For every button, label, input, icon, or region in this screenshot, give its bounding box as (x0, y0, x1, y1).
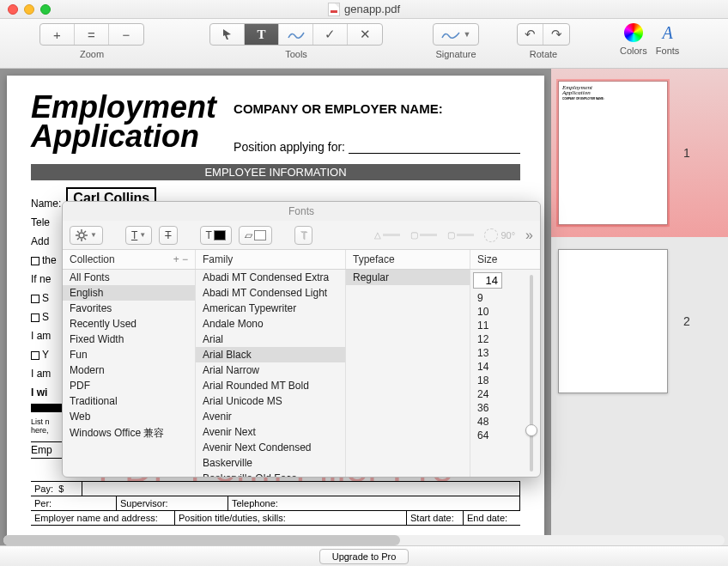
svg-line-5 (77, 231, 79, 233)
text-color-button[interactable]: T (200, 226, 232, 245)
chevron-down-icon: ▼ (464, 30, 471, 39)
window-title: genapp.pdf (328, 3, 400, 16)
list-item[interactable]: 24 (470, 387, 523, 401)
list-item[interactable]: 12 (470, 332, 523, 346)
list-item[interactable]: Arial (196, 332, 345, 347)
list-item[interactable]: Fun (63, 347, 195, 362)
list-item[interactable]: Regular (346, 270, 470, 285)
doc-color-button[interactable]: ▱ (239, 226, 272, 245)
zoom-in-button[interactable]: + (40, 24, 75, 45)
list-item[interactable]: Avenir (196, 409, 345, 424)
list-item[interactable]: Baskerville (196, 455, 345, 471)
upgrade-button[interactable]: Upgrade to Pro (319, 549, 410, 564)
close-window-icon[interactable] (8, 4, 18, 15)
fonts-panel-title: Fonts (63, 202, 540, 221)
slider-thumb[interactable] (525, 424, 537, 436)
rotate-left-button[interactable]: ↶ (518, 24, 543, 45)
list-item[interactable]: Avenir Next Condensed (196, 440, 345, 455)
zoom-label: Zoom (80, 49, 104, 59)
list-item[interactable]: All Fonts (63, 270, 195, 285)
list-item[interactable]: 36 (470, 401, 523, 415)
fonts-panel: Fonts ▼ T▼ T T ▱ T △ ▢ ▢ 90° » Collectio… (62, 201, 541, 478)
list-item[interactable]: Avenir Next (196, 424, 345, 440)
strikethrough-button[interactable]: T (159, 226, 177, 245)
arrow-tool-button[interactable] (210, 24, 245, 45)
list-item[interactable]: Web (63, 409, 195, 424)
employment-table: Pay: $ Per: Supervisor: Telephone: Emplo… (31, 481, 520, 526)
zoom-segment: + = − (39, 23, 144, 46)
title-bar: genapp.pdf (0, 0, 728, 19)
shadow-angle-dial[interactable]: 90° (484, 228, 515, 242)
tools-segment: T ✓ ✕ (209, 23, 383, 46)
add-collection-button[interactable]: + (173, 253, 179, 265)
list-item[interactable]: 13 (470, 346, 523, 360)
list-item[interactable]: PDF (63, 378, 195, 393)
doc-title-line1: Employment (31, 93, 216, 122)
zoom-window-icon[interactable] (40, 4, 51, 15)
underline-button[interactable]: T▼ (125, 226, 152, 245)
x-tool-button[interactable]: ✕ (348, 24, 382, 45)
list-item[interactable]: 18 (470, 374, 523, 387)
list-item[interactable]: Arial Narrow (196, 362, 345, 378)
list-item[interactable]: 11 (470, 319, 523, 332)
fonts-label: Fonts (656, 46, 680, 56)
shadow-blur-slider[interactable]: ▢ (410, 230, 437, 240)
gear-icon (76, 229, 88, 241)
size-input[interactable] (473, 272, 502, 289)
fonts-group: A Fonts (656, 23, 680, 56)
rotate-right-button[interactable]: ↷ (543, 24, 569, 45)
colors-button[interactable] (624, 23, 643, 42)
list-item[interactable]: 9 (470, 291, 523, 305)
thumbnail-2[interactable] (558, 249, 668, 393)
fonts-button[interactable]: A (662, 23, 672, 42)
footer-bar: Upgrade to Pro (0, 545, 728, 566)
list-item[interactable]: Windows Office 兼容 (63, 424, 195, 442)
thumbnail-2-row[interactable]: 2 (551, 237, 728, 405)
zoom-out-button[interactable]: − (109, 24, 143, 45)
list-item[interactable]: 48 (470, 415, 523, 429)
list-item[interactable]: American Typewriter (196, 301, 345, 316)
shadow-button[interactable]: T (294, 226, 312, 245)
check-tool-button[interactable]: ✓ (313, 24, 348, 45)
typeface-list[interactable]: Regular (346, 270, 470, 477)
svg-line-8 (77, 238, 79, 240)
remove-collection-button[interactable]: − (182, 253, 188, 265)
list-item[interactable]: Abadi MT Condensed Light (196, 285, 345, 301)
list-item[interactable]: 14 (470, 360, 523, 374)
horizontal-scrollbar[interactable] (3, 535, 725, 545)
main-toolbar: + = − Zoom T ✓ ✕ Tools ▼ Signature (0, 19, 728, 69)
shadow-opacity-slider[interactable]: △ (374, 230, 400, 240)
list-item[interactable]: Modern (63, 362, 195, 378)
shadow-offset-slider[interactable]: ▢ (447, 230, 474, 240)
signature-icon (441, 29, 460, 40)
list-item[interactable]: 10 (470, 305, 523, 319)
list-item[interactable]: Arial Unicode MS (196, 393, 345, 409)
list-item[interactable]: Arial Rounded MT Bold (196, 378, 345, 393)
signature-button[interactable]: ▼ (433, 23, 479, 46)
list-item[interactable]: Baskerville Old Face (196, 471, 345, 477)
thumbnail-1[interactable]: EmploymentApplication COMPANY OR EMPLOYE… (558, 81, 668, 225)
thumbnail-panel: EmploymentApplication COMPANY OR EMPLOYE… (551, 69, 728, 545)
list-item[interactable]: Andale Mono (196, 316, 345, 332)
minimize-window-icon[interactable] (24, 4, 34, 15)
list-item[interactable]: Abadi MT Condensed Extra (196, 270, 345, 285)
text-tool-button[interactable]: T (245, 24, 279, 45)
zoom-fit-button[interactable]: = (75, 24, 109, 45)
family-list[interactable]: Abadi MT Condensed ExtraAbadi MT Condens… (196, 270, 346, 477)
list-item[interactable]: English (63, 285, 195, 301)
rotate-group: ↶ ↷ Rotate (517, 23, 570, 59)
collection-list[interactable]: All FontsEnglishFavoritesRecently UsedFi… (63, 270, 196, 477)
signature-tool-button[interactable] (279, 24, 313, 45)
list-item[interactable]: Arial Black (196, 347, 345, 362)
size-list[interactable]: 910111213141824364864 (470, 291, 523, 477)
list-item[interactable]: Fixed Width (63, 332, 195, 347)
thumbnail-1-row[interactable]: EmploymentApplication COMPANY OR EMPLOYE… (551, 69, 728, 237)
size-slider[interactable] (523, 270, 540, 477)
list-item[interactable]: Recently Used (63, 316, 195, 332)
font-actions-menu[interactable]: ▼ (70, 226, 103, 245)
list-item[interactable]: Traditional (63, 393, 195, 409)
list-item[interactable]: 64 (470, 429, 523, 442)
scrollbar-thumb[interactable] (3, 535, 400, 545)
list-item[interactable]: Favorites (63, 301, 195, 316)
more-button[interactable]: » (525, 228, 533, 243)
